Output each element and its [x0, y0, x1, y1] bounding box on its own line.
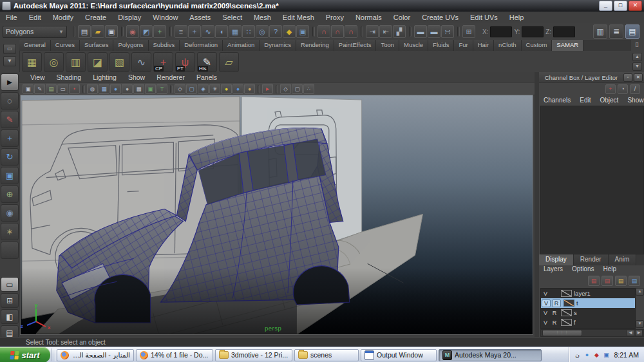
- universal-manipulator-tool[interactable]: ⊕: [1, 186, 19, 203]
- cb-edit-menu[interactable]: Edit: [575, 97, 595, 104]
- shelf-tab-hair[interactable]: Hair: [473, 40, 494, 51]
- menu-mesh[interactable]: Mesh: [248, 14, 277, 21]
- book-icon[interactable]: ▤: [46, 84, 57, 94]
- y-input[interactable]: [522, 26, 544, 37]
- menu-create-uvs[interactable]: Create UVs: [416, 14, 464, 21]
- select-component-icon[interactable]: +: [153, 25, 166, 38]
- shelf-cp-icon[interactable]: +CP: [153, 52, 173, 72]
- group-divider[interactable]: [121, 26, 124, 37]
- task-button-output-window[interactable]: Output Window: [361, 349, 437, 361]
- channels-menu[interactable]: Channels: [539, 97, 575, 104]
- isolate-select-icon[interactable]: ►: [262, 84, 273, 94]
- mask-collapse-icon[interactable]: ≡: [175, 25, 187, 38]
- object-menu[interactable]: Object: [596, 97, 623, 104]
- paint-select-tool[interactable]: ✎: [1, 111, 19, 128]
- texture-placement-icon[interactable]: T: [156, 84, 167, 94]
- language-bar-icon[interactable]: ن: [573, 351, 581, 359]
- last-tool-slot[interactable]: [1, 242, 19, 259]
- shelf-scroll-up-icon[interactable]: ▲: [632, 53, 642, 61]
- open-scene-icon[interactable]: ▰: [91, 25, 104, 38]
- group-divider[interactable]: [457, 26, 460, 37]
- shelf-tab-fluids[interactable]: Fluids: [428, 40, 454, 51]
- layer-tab-display[interactable]: Display: [539, 254, 574, 265]
- layer-render-toggle[interactable]: R: [550, 319, 559, 326]
- menu-display[interactable]: Display: [112, 14, 147, 21]
- panel-menu-panels[interactable]: Panels: [191, 73, 223, 81]
- edit-layer-icon[interactable]: ▤: [588, 276, 600, 286]
- z-input[interactable]: [553, 26, 575, 37]
- textured-mode-icon[interactable]: ▣: [145, 84, 156, 94]
- layer-hscrollbar[interactable]: ⋮⋮⋮ ◀▶: [540, 329, 644, 337]
- panel-menu-show[interactable]: Show: [122, 73, 151, 81]
- group-divider[interactable]: [361, 26, 363, 37]
- checker-icon[interactable]: ▩: [133, 84, 144, 94]
- image-plane-icon[interactable]: ▭: [57, 84, 68, 94]
- shelf-tab-rendering[interactable]: Rendering: [296, 40, 334, 51]
- layer-visible-toggle[interactable]: V: [541, 310, 550, 316]
- shelf-tab-muscle[interactable]: Muscle: [399, 40, 428, 51]
- snap-grid-icon[interactable]: ∩: [317, 25, 330, 38]
- menu-file[interactable]: File: [0, 14, 23, 21]
- scale-tool[interactable]: ▣: [1, 167, 19, 184]
- panel-dock-icon[interactable]: ▫: [623, 73, 632, 82]
- layer-row[interactable]: V R f: [541, 318, 635, 327]
- input-connections-icon[interactable]: ⇥: [366, 25, 379, 38]
- shelf-scroll-down-icon[interactable]: ▼: [632, 62, 642, 71]
- single-pane-layout-button[interactable]: ▭: [1, 277, 19, 292]
- viewport-scene[interactable]: 4931: [20, 95, 533, 335]
- layer-tab-render[interactable]: Render: [574, 254, 609, 265]
- channel-box-toggle-icon[interactable]: ▤: [625, 24, 639, 39]
- menu-edit[interactable]: Edit: [23, 14, 47, 21]
- menu-proxy[interactable]: Proxy: [320, 14, 350, 21]
- manipulator-icon[interactable]: +: [605, 84, 616, 94]
- panel-menu-renderer[interactable]: Renderer: [151, 73, 191, 81]
- group-divider[interactable]: [312, 26, 315, 37]
- x-input[interactable]: [490, 26, 512, 37]
- grease-pencil-icon[interactable]: ✎: [34, 84, 45, 94]
- shelf-ep-curve-icon[interactable]: ∿: [131, 52, 151, 72]
- create-layer-from-selected-icon[interactable]: ▤: [629, 276, 640, 286]
- shelf-tab-animation[interactable]: Animation: [223, 40, 260, 51]
- wireframe-mode-icon[interactable]: ◍: [87, 84, 98, 94]
- layer-color-swatch[interactable]: [564, 300, 574, 307]
- snap-point-icon[interactable]: ∩: [345, 25, 357, 38]
- delete-layer-icon[interactable]: ▤: [601, 276, 613, 286]
- show-manipulator-tool[interactable]: ∗: [1, 223, 19, 240]
- shelf-tab-ncloth[interactable]: nCloth: [494, 40, 521, 51]
- shelf-poly-sphere-icon[interactable]: ◎: [44, 52, 64, 72]
- bounding-box-icon[interactable]: ▢: [186, 84, 197, 94]
- construction-history-icon[interactable]: ▞: [393, 25, 406, 38]
- move-tool[interactable]: +: [1, 129, 19, 147]
- shelf-tab-fur[interactable]: Fur: [454, 40, 473, 51]
- shelf-poly-tool-icon[interactable]: ▧: [109, 52, 129, 72]
- snap-curve-icon[interactable]: ∩: [331, 25, 344, 38]
- cb-show-menu[interactable]: Show: [623, 97, 644, 104]
- layer-row[interactable]: V R s: [541, 308, 635, 318]
- tool-settings-toggle-icon[interactable]: ≣: [609, 24, 623, 39]
- menu-window[interactable]: Window: [147, 14, 184, 21]
- task-button-scenes[interactable]: scenes: [294, 349, 359, 361]
- panel-menu-view[interactable]: View: [24, 73, 51, 81]
- shelf-tab-general[interactable]: General: [19, 40, 51, 51]
- group-divider[interactable]: [169, 26, 172, 37]
- mask-curves-icon[interactable]: ∿: [202, 25, 214, 38]
- close-button[interactable]: ✕: [629, 1, 642, 11]
- layer-list-scrollbar[interactable]: ▲▼: [636, 288, 643, 328]
- layer-render-toggle[interactable]: R: [550, 310, 559, 316]
- task-button-download[interactable]: 14% of 1 file - Do...: [136, 349, 213, 361]
- shelf-tab-painteffects[interactable]: PaintEffects: [334, 40, 377, 51]
- mask-deformations-icon[interactable]: ▦: [229, 25, 242, 38]
- new-scene-icon[interactable]: ▤: [78, 25, 91, 38]
- menu-edit-uvs[interactable]: Edit UVs: [464, 14, 504, 21]
- shelf-tab-custom[interactable]: Custom: [522, 40, 553, 51]
- shelf-tab-toon[interactable]: Toon: [376, 40, 399, 51]
- shelf-history-icon[interactable]: ✎His: [197, 52, 217, 72]
- menu-normals[interactable]: Normals: [350, 14, 388, 21]
- shelf-tab-subdivs[interactable]: Subdivs: [149, 40, 180, 51]
- layer-render-toggle[interactable]: R: [552, 300, 561, 307]
- default-material-icon[interactable]: ▦: [99, 84, 109, 94]
- persp-outliner-layout-button[interactable]: ◧: [1, 309, 19, 324]
- network-icon[interactable]: ▣: [602, 351, 610, 359]
- save-scene-icon[interactable]: ▣: [105, 25, 118, 38]
- layer-color-swatch[interactable]: [561, 319, 572, 326]
